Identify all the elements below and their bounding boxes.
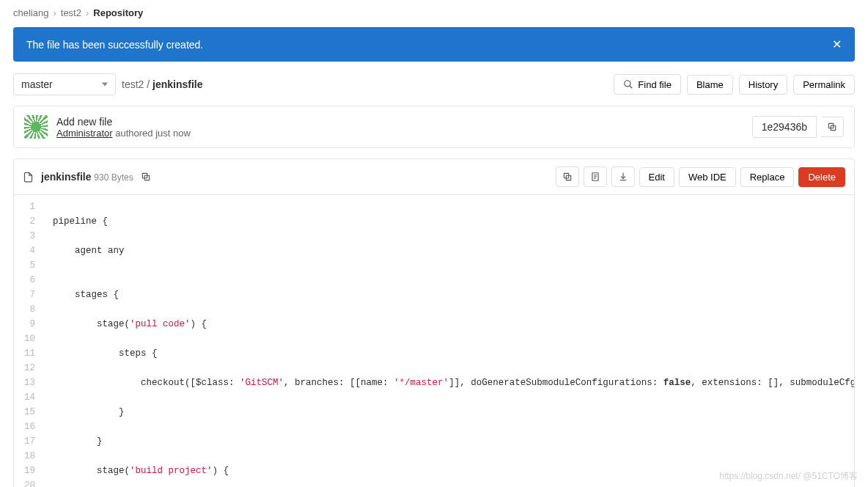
- code-content: pipeline { agent any stages { stage('pul…: [45, 195, 854, 487]
- file-name: jenkinsfile 930 Bytes: [41, 171, 133, 183]
- breadcrumb-project[interactable]: test2: [61, 7, 81, 18]
- copy-icon: [141, 172, 151, 182]
- commit-box: Add new file Administrator authored just…: [13, 106, 855, 148]
- breadcrumb: cheliang › test2 › Repository: [13, 7, 855, 18]
- watermark: https://blog.csdn.net/ @51CTO博客: [719, 470, 858, 483]
- copy-contents-button[interactable]: [556, 166, 579, 187]
- line-number: 10: [20, 332, 40, 346]
- commit-author-line: Administrator authored just now: [56, 128, 191, 139]
- commit-author[interactable]: Administrator: [56, 128, 113, 139]
- branch-select[interactable]: master: [13, 73, 116, 95]
- line-number: 7: [20, 288, 40, 302]
- webide-button[interactable]: Web IDE: [679, 167, 736, 187]
- svg-line-1: [630, 86, 633, 89]
- delete-button[interactable]: Delete: [798, 167, 845, 187]
- line-number: 2: [20, 214, 40, 229]
- file-path: test2 / jenkinsfile: [122, 78, 203, 90]
- line-number: 9: [20, 317, 40, 332]
- download-button[interactable]: [611, 166, 635, 187]
- file-icon: [23, 172, 34, 183]
- line-number: 18: [20, 449, 40, 464]
- alert-text: The file has been successfully created.: [26, 39, 203, 51]
- copy-icon: [562, 172, 573, 182]
- branch-name: master: [21, 78, 53, 90]
- document-icon: [590, 172, 600, 182]
- chevron-right-icon: ›: [53, 7, 56, 18]
- raw-button[interactable]: [584, 166, 607, 187]
- commit-sha: 1e29436b: [752, 116, 817, 138]
- copy-path-button[interactable]: [141, 172, 151, 182]
- edit-button[interactable]: Edit: [639, 167, 674, 187]
- success-alert: The file has been successfully created. …: [13, 27, 855, 62]
- line-number: 12: [20, 361, 40, 376]
- blame-button[interactable]: Blame: [687, 75, 733, 95]
- line-number: 17: [20, 434, 40, 449]
- copy-icon: [827, 122, 837, 132]
- close-icon[interactable]: ✕: [832, 37, 842, 51]
- line-number: 14: [20, 390, 40, 405]
- svg-point-0: [625, 81, 630, 87]
- path-file: jenkinsfile: [152, 78, 202, 90]
- line-number: 1: [20, 199, 40, 214]
- line-number: 15: [20, 405, 40, 420]
- history-button[interactable]: History: [739, 75, 787, 95]
- download-icon: [618, 172, 628, 182]
- search-icon: [623, 79, 633, 89]
- file-panel: jenkinsfile 930 Bytes Edit Web IDE Repla…: [13, 158, 855, 487]
- breadcrumb-section: Repository: [93, 7, 143, 18]
- line-number: 16: [20, 420, 40, 434]
- line-number: 19: [20, 464, 40, 478]
- breadcrumb-owner[interactable]: cheliang: [13, 7, 48, 18]
- line-number: 8: [20, 302, 40, 317]
- permalink-button[interactable]: Permalink: [793, 75, 855, 95]
- line-number: 6: [20, 273, 40, 288]
- path-project[interactable]: test2: [122, 78, 144, 90]
- find-file-button[interactable]: Find file: [614, 74, 681, 95]
- line-numbers: 123456789101112131415161718192021222324: [14, 195, 45, 487]
- replace-button[interactable]: Replace: [740, 167, 795, 187]
- line-number: 11: [20, 346, 40, 361]
- code-viewer: 123456789101112131415161718192021222324 …: [14, 195, 854, 487]
- chevron-right-icon: ›: [86, 7, 89, 18]
- commit-title: Add new file: [56, 116, 191, 128]
- copy-sha-button[interactable]: [821, 117, 844, 137]
- avatar: [24, 115, 48, 139]
- line-number: 20: [20, 478, 40, 487]
- line-number: 5: [20, 258, 40, 273]
- line-number: 13: [20, 376, 40, 390]
- line-number: 3: [20, 229, 40, 244]
- line-number: 4: [20, 244, 40, 258]
